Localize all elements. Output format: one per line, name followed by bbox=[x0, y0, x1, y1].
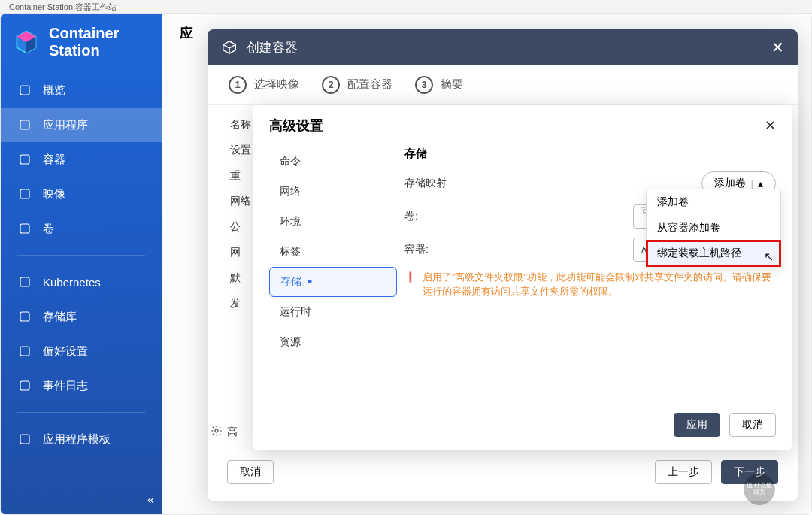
cursor-icon: ↖ bbox=[764, 250, 774, 264]
advanced-title: 高级设置 bbox=[269, 117, 323, 135]
add-volume-dropdown: 添加卷从容器添加卷绑定装载主机路径 bbox=[646, 189, 781, 267]
sidebar-item-Kubernetes[interactable]: Kubernetes bbox=[1, 265, 162, 299]
svg-rect-5 bbox=[20, 155, 29, 164]
wizard-steps: 1选择映像2配置容器3摘要 bbox=[208, 65, 798, 105]
sidebar-item-偏好设置[interactable]: 偏好设置 bbox=[1, 334, 162, 368]
chevron-up-icon: ▴ bbox=[758, 177, 763, 189]
sidebar-item-label: 概览 bbox=[43, 83, 65, 98]
sidebar-item-概览[interactable]: 概览 bbox=[1, 73, 162, 108]
volume-row-label: 卷: bbox=[404, 210, 448, 223]
dropdown-item-0[interactable]: 添加卷 bbox=[647, 189, 780, 215]
dropdown-item-1[interactable]: 从容器添加卷 bbox=[647, 215, 780, 241]
advanced-tabs: 命令网络环境标签存储运行时资源 bbox=[269, 147, 397, 402]
modal-header: 创建容器 ✕ bbox=[208, 29, 798, 65]
svg-rect-10 bbox=[20, 347, 29, 356]
modal-footer: 取消 上一步 下一步 bbox=[208, 450, 798, 501]
nav: 概览应用程序容器映像卷 Kubernetes存储库偏好设置事件日志 应用程序模板 bbox=[1, 73, 162, 514]
sidebar-item-label: 应用程序模板 bbox=[43, 432, 111, 447]
collapse-sidebar-button[interactable]: « bbox=[147, 493, 154, 507]
step-number: 3 bbox=[415, 76, 433, 94]
window-title: Container Station 容器工作站 bbox=[0, 0, 812, 14]
adv-tab-命令[interactable]: 命令 bbox=[269, 147, 397, 177]
adv-tab-网络[interactable]: 网络 bbox=[269, 177, 397, 207]
grid-icon bbox=[17, 117, 32, 132]
wizard-step-3[interactable]: 3摘要 bbox=[415, 76, 463, 94]
advanced-content: 存储 存储映射 添加卷 | ▴ 卷: 可选 容器: bbox=[397, 147, 776, 402]
database-icon bbox=[17, 221, 32, 236]
cube-icon bbox=[221, 39, 238, 56]
sidebar-item-label: 存储库 bbox=[43, 310, 77, 324]
tiles-icon bbox=[17, 309, 32, 324]
advanced-link-label: 高 bbox=[227, 426, 238, 439]
warning-text: 启用了"高级文件夹权限"功能，此功能可能会限制对共享文件夹的访问。请确保要运行的… bbox=[423, 271, 776, 299]
advanced-settings-panel: 高级设置 ✕ 命令网络环境标签存储运行时资源 存储 存储映射 添加卷 | ▴ 卷… bbox=[253, 105, 792, 450]
wizard-step-1[interactable]: 1选择映像 bbox=[229, 76, 299, 94]
warning-icon: ❗ bbox=[404, 271, 417, 299]
svg-rect-8 bbox=[20, 277, 29, 286]
svg-point-15 bbox=[215, 429, 218, 432]
svg-rect-6 bbox=[20, 189, 29, 198]
storage-section-title: 存储 bbox=[404, 147, 776, 161]
template-icon bbox=[17, 432, 32, 447]
svg-rect-4 bbox=[20, 120, 29, 129]
sidebar-item-映像[interactable]: 映像 bbox=[1, 177, 162, 211]
sidebar-item-应用程序[interactable]: 应用程序 bbox=[1, 108, 162, 142]
adv-tab-标签[interactable]: 标签 bbox=[269, 237, 397, 267]
cancel-button[interactable]: 取消 bbox=[729, 413, 776, 437]
sidebar-item-容器[interactable]: 容器 bbox=[1, 142, 162, 177]
svg-rect-11 bbox=[20, 381, 29, 390]
gear-icon bbox=[211, 425, 223, 439]
layers-icon bbox=[17, 186, 32, 201]
gear-icon bbox=[17, 344, 32, 359]
step-label: 配置容器 bbox=[347, 77, 392, 92]
sidebar-item-label: 容器 bbox=[43, 153, 65, 167]
prev-step-button[interactable]: 上一步 bbox=[655, 460, 712, 484]
cancel-button[interactable]: 取消 bbox=[227, 460, 274, 484]
gauge-icon bbox=[17, 83, 32, 98]
adv-tab-运行时[interactable]: 运行时 bbox=[269, 297, 397, 327]
svg-rect-7 bbox=[20, 224, 29, 233]
sidebar-item-label: 应用程序 bbox=[43, 118, 88, 132]
modal-title: 创建容器 bbox=[247, 39, 298, 56]
svg-rect-9 bbox=[20, 312, 29, 321]
step-label: 选择映像 bbox=[254, 77, 299, 92]
close-icon[interactable]: ✕ bbox=[771, 38, 784, 56]
brand-logo-icon bbox=[13, 29, 40, 56]
brand: Container Station bbox=[1, 14, 162, 73]
close-icon[interactable]: ✕ bbox=[765, 117, 776, 134]
sidebar-item-卷[interactable]: 卷 bbox=[1, 211, 162, 246]
watermark: 值 什么值得买 bbox=[744, 474, 775, 505]
list-icon bbox=[17, 378, 32, 393]
adv-tab-环境[interactable]: 环境 bbox=[269, 207, 397, 237]
warning-message: ❗ 启用了"高级文件夹权限"功能，此功能可能会限制对共享文件夹的访问。请确保要运… bbox=[404, 271, 776, 299]
advanced-link[interactable]: 高 bbox=[211, 425, 238, 439]
nav-separator bbox=[17, 412, 145, 413]
container-row-label: 容器: bbox=[404, 243, 448, 256]
dropdown-item-2[interactable]: 绑定装载主机路径 bbox=[647, 241, 780, 266]
sidebar-item-label: 事件日志 bbox=[43, 379, 88, 393]
sidebar-item-存储库[interactable]: 存储库 bbox=[1, 299, 162, 334]
brand-text: Container Station bbox=[49, 25, 150, 59]
wizard-step-2[interactable]: 2配置容器 bbox=[322, 76, 392, 94]
sidebar-item-应用程序模板[interactable]: 应用程序模板 bbox=[1, 422, 162, 456]
apply-button[interactable]: 应用 bbox=[674, 413, 720, 437]
sidebar-item-label: 偏好设置 bbox=[43, 344, 88, 359]
sidebar-item-label: 卷 bbox=[43, 222, 54, 236]
step-label: 摘要 bbox=[441, 77, 463, 92]
step-number: 2 bbox=[322, 76, 340, 94]
svg-rect-3 bbox=[20, 86, 29, 95]
sidebar: Container Station 概览应用程序容器映像卷 Kubernetes… bbox=[1, 14, 162, 514]
step-number: 1 bbox=[229, 76, 247, 94]
svg-rect-12 bbox=[20, 435, 29, 444]
wheel-icon bbox=[17, 274, 32, 289]
storage-mapping-label: 存储映射 bbox=[404, 177, 447, 190]
cube-icon bbox=[17, 152, 32, 167]
sidebar-item-label: Kubernetes bbox=[43, 276, 101, 289]
adv-tab-存储[interactable]: 存储 bbox=[269, 267, 397, 297]
app-frame: Container Station 概览应用程序容器映像卷 Kubernetes… bbox=[0, 14, 812, 515]
nav-separator bbox=[17, 255, 145, 256]
sidebar-item-label: 映像 bbox=[43, 187, 65, 201]
sidebar-item-事件日志[interactable]: 事件日志 bbox=[1, 368, 162, 403]
adv-tab-资源[interactable]: 资源 bbox=[269, 327, 397, 357]
